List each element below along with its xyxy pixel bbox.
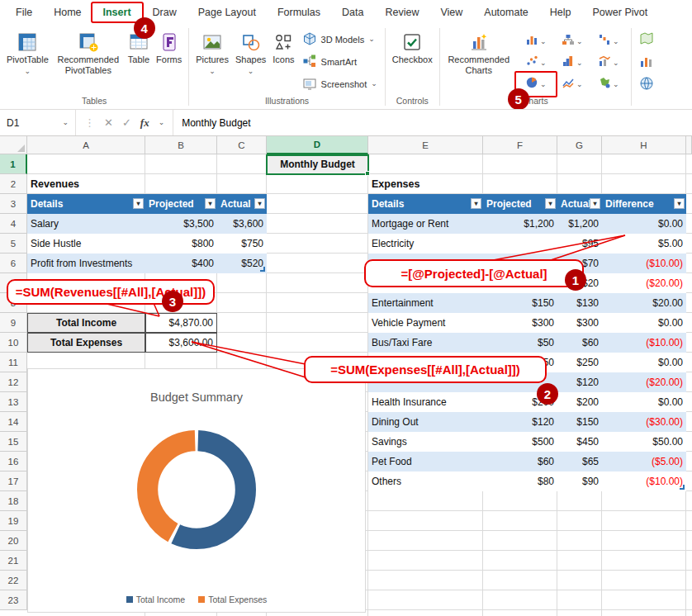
row-header[interactable]: 17 <box>0 471 27 491</box>
cell[interactable]: $0.00 <box>602 214 686 234</box>
cell[interactable]: $50 <box>483 333 557 353</box>
cell[interactable]: $1,200 <box>483 214 557 234</box>
recommended-pivottables-button[interactable]: Recommended PivotTables <box>53 28 124 78</box>
cell[interactable]: ($20.00) <box>602 273 686 293</box>
column-header-clipped[interactable] <box>686 136 692 154</box>
revenues-title[interactable]: Revenues <box>27 174 145 194</box>
expenses-header-projected[interactable]: Projected <box>483 194 557 214</box>
tab-insert[interactable]: Insert 4 <box>92 2 142 22</box>
tab-page-layout[interactable]: Page Layout <box>187 2 267 22</box>
row-header[interactable]: 13 <box>0 392 27 412</box>
pictures-button[interactable]: Pictures <box>193 28 231 79</box>
cell[interactable]: $150 <box>557 412 602 432</box>
column-header-f[interactable]: F <box>483 136 557 154</box>
row-header[interactable]: 10 <box>0 333 27 353</box>
filter-icon[interactable] <box>545 198 556 209</box>
insert-hierarchy-chart-button[interactable] <box>554 31 590 52</box>
clipped-ribbon-button[interactable] <box>636 74 657 94</box>
filter-icon[interactable] <box>133 198 144 209</box>
insert-function-icon[interactable]: fx <box>140 116 149 130</box>
cell[interactable]: Dining Out <box>368 412 483 432</box>
cell[interactable]: $60 <box>483 452 557 471</box>
insert-line-chart-button[interactable] <box>554 73 590 95</box>
cell[interactable]: $0.00 <box>602 392 686 412</box>
expenses-title[interactable]: Expenses <box>368 174 483 194</box>
row-header[interactable]: 16 <box>0 452 27 471</box>
total-expenses-value-cell[interactable]: $3,600.00 <box>145 333 217 353</box>
cell[interactable]: $520 <box>217 254 267 273</box>
cell[interactable]: $80 <box>483 471 557 491</box>
row-header[interactable]: 9 <box>0 313 27 333</box>
row-header[interactable]: 20 <box>0 531 27 551</box>
shapes-button[interactable]: Shapes <box>233 28 268 79</box>
filter-icon[interactable] <box>254 198 265 209</box>
cell[interactable]: Profit from Investments <box>27 254 145 273</box>
insert-waterfall-chart-button[interactable] <box>590 31 627 52</box>
cell[interactable]: $65 <box>557 452 602 471</box>
checkbox-button[interactable]: Checkbox <box>390 28 435 68</box>
tab-automate[interactable]: Automate <box>473 2 539 22</box>
cell[interactable]: ($30.00) <box>602 412 686 432</box>
cell[interactable]: $120 <box>483 412 557 432</box>
row-header[interactable]: 18 <box>0 491 27 511</box>
row-header[interactable]: 2 <box>0 174 27 194</box>
cell[interactable]: $0.00 <box>602 353 686 372</box>
cell[interactable]: ($10.00) <box>602 254 686 273</box>
cell[interactable]: $95 <box>557 234 602 254</box>
fill-handle[interactable] <box>365 171 370 176</box>
cell[interactable]: $1,200 <box>557 214 602 234</box>
cell[interactable]: $3,600 <box>217 214 267 234</box>
tab-data[interactable]: Data <box>331 2 374 22</box>
row-header[interactable]: 5 <box>0 234 27 254</box>
legend-item-total-income[interactable]: Total Income <box>126 595 186 604</box>
cell[interactable]: Health Insurance <box>368 392 483 412</box>
revenues-header-projected[interactable]: Projected <box>145 194 217 214</box>
cell[interactable]: $90 <box>557 471 602 491</box>
name-box[interactable]: D1 <box>0 110 76 135</box>
cell[interactable]: ($5.00) <box>602 452 686 471</box>
insert-map-chart-button[interactable] <box>590 73 627 95</box>
filter-icon[interactable] <box>590 198 600 209</box>
recommended-charts-button[interactable]: Recommended Charts <box>444 28 514 78</box>
cell[interactable]: Side Hustle <box>27 234 145 254</box>
expenses-header-difference[interactable]: Difference <box>602 194 686 214</box>
cell[interactable]: $800 <box>145 234 217 254</box>
total-income-label-cell[interactable]: Total Income <box>27 313 145 333</box>
total-income-value-cell[interactable]: $4,870.00 <box>145 313 217 333</box>
insert-statistic-chart-button[interactable] <box>554 52 590 73</box>
column-header-g[interactable]: G <box>557 136 602 154</box>
column-header-h[interactable]: H <box>602 136 686 154</box>
clipped-ribbon-button[interactable] <box>636 52 657 72</box>
row-header[interactable]: 4 <box>0 214 27 234</box>
total-expenses-label-cell[interactable]: Total Expenses <box>27 333 145 353</box>
tab-review[interactable]: Review <box>374 2 429 22</box>
cell[interactable]: Savings <box>368 432 483 452</box>
expenses-header-details[interactable]: Details <box>368 194 483 214</box>
table-resize-handle[interactable] <box>680 485 685 490</box>
icons-button[interactable]: Icons <box>270 28 296 68</box>
cell[interactable]: $300 <box>483 313 557 333</box>
column-header-c[interactable]: C <box>217 136 267 154</box>
clipped-ribbon-button[interactable] <box>636 30 657 50</box>
cell[interactable]: Mortgage or Rent <box>368 214 483 234</box>
formula-bar-input[interactable]: Monthly Budget <box>173 110 692 135</box>
cell[interactable]: $3,500 <box>145 214 217 234</box>
tab-home[interactable]: Home <box>43 2 92 22</box>
insert-combo-chart-button[interactable] <box>590 52 627 73</box>
cell[interactable] <box>483 234 557 254</box>
tab-formulas[interactable]: Formulas <box>267 2 331 22</box>
formula-enter-icon[interactable]: ✓ <box>122 116 131 129</box>
row-header[interactable]: 23 <box>0 590 27 610</box>
row-header[interactable]: 15 <box>0 432 27 452</box>
cell[interactable]: Bus/Taxi Fare <box>368 333 483 353</box>
column-header-b[interactable]: B <box>145 136 217 154</box>
expenses-header-actual[interactable]: Actual <box>557 194 602 214</box>
table-resize-handle[interactable] <box>260 267 265 272</box>
pivottable-button[interactable]: PivotTable <box>4 28 51 79</box>
cell[interactable]: $200 <box>557 392 602 412</box>
filter-icon[interactable] <box>205 198 216 209</box>
row-header[interactable]: 6 <box>0 254 27 273</box>
filter-icon[interactable] <box>471 198 481 209</box>
cell[interactable]: $300 <box>557 313 602 333</box>
filter-icon[interactable] <box>674 198 685 209</box>
